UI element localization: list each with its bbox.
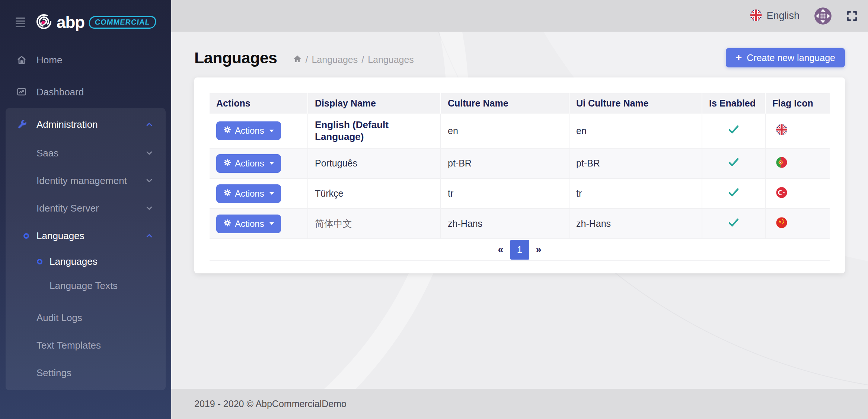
actions-button-label: Actions [235,126,264,136]
is-enabled-cell [702,114,765,148]
check-icon [728,218,739,228]
page-title: Languages [194,49,277,67]
abp-logo-icon [36,13,52,31]
header-display-name: Display Name [308,93,441,114]
create-new-language-button[interactable]: + Create new language [726,48,845,67]
sidebar-item-label: Identity management [36,175,127,187]
chevron-up-icon [145,121,153,127]
actions-button[interactable]: Actions [216,121,281,140]
sidebar-item-languages[interactable]: Languages [6,222,166,250]
languages-table: Actions Display Name Culture Name Ui Cul… [210,93,830,239]
sidebar-item-text-templates[interactable]: Text Templates [6,331,166,359]
active-bullet-icon [37,259,42,264]
create-button-label: Create new language [747,53,835,63]
is-enabled-cell [702,148,765,178]
home-icon [16,55,28,65]
check-icon [728,125,739,134]
table-row: Actions 简体中文 zh-Hans zh-Hans [210,209,830,239]
pagination-next-button[interactable]: » [536,244,542,255]
active-bullet-icon [23,233,29,239]
fullscreen-icon[interactable] [846,10,858,22]
flag-portugal-icon [776,157,787,168]
sidebar-item-administration[interactable]: Administration [6,109,166,139]
brand-logo[interactable]: abp COMMERCIAL [36,13,156,31]
languages-card: Actions Display Name Culture Name Ui Cul… [194,77,845,273]
pagination-prev-button[interactable]: « [498,244,503,255]
gear-icon [223,158,231,169]
sidebar-item-label: Settings [36,367,71,379]
table-row: Actions English (Default Language) en en [210,114,830,148]
flag-united-kingdom-icon [776,124,787,135]
breadcrumb-item[interactable]: Languages [368,54,414,65]
flag-china-icon [776,217,787,228]
caret-down-icon [269,192,274,195]
app-root: abp COMMERCIAL Home [0,0,868,419]
sidebar-item-identity-server[interactable]: Identity Server [6,194,166,222]
page-header: Languages / Languages / Languages + Crea… [194,43,845,73]
language-selector[interactable]: English [750,9,800,23]
header-is-enabled: Is Enabled [702,93,765,114]
page-content: Languages / Languages / Languages + Crea… [171,32,868,389]
display-name: Türkçe [315,188,343,199]
breadcrumb-item[interactable]: Languages [312,54,358,65]
sidebar-item-home[interactable]: Home [0,44,171,76]
ui-culture-name: en [576,126,587,136]
header-ui-culture-name: Ui Culture Name [569,93,702,114]
ui-culture-name: pt-BR [576,158,600,168]
sidebar-item-languages-child[interactable]: Languages [6,250,166,274]
sidebar-item-settings[interactable]: Settings [6,359,166,387]
is-enabled-cell [702,209,765,239]
actions-button-label: Actions [235,219,264,229]
sidebar-item-label: Saas [36,147,58,159]
sidebar-item-language-texts[interactable]: Language Texts [6,274,166,298]
culture-name: pt-BR [448,158,472,168]
flag-turkey-icon [776,187,787,198]
brand-badge: COMMERCIAL [88,16,156,29]
pagination-page-1-button[interactable]: 1 [510,240,529,260]
sidebar-nav: Home Dashboard [0,44,171,390]
breadcrumb-separator: / [306,54,308,65]
culture-name: zh-Hans [448,218,482,229]
sidebar-item-label: Languages [36,230,84,242]
check-icon [728,188,739,197]
breadcrumb: / Languages / Languages [293,54,414,65]
actions-button-label: Actions [235,188,264,199]
culture-name: tr [448,188,453,199]
actions-button[interactable]: Actions [216,154,281,173]
topbar: English [171,0,868,32]
sidebar-group-administration: Administration Saas Identity management [6,108,166,390]
sidebar-item-label: Text Templates [36,340,101,351]
wrench-icon [16,119,28,130]
sidebar-item-label: Dashboard [36,86,84,98]
chevron-down-icon [145,150,153,156]
actions-button[interactable]: Actions [216,215,281,233]
main-area: English [171,0,868,419]
brand-name: abp [57,14,84,31]
menu-toggle-icon[interactable] [16,18,25,27]
caret-down-icon [269,162,274,165]
sidebar-item-saas[interactable]: Saas [6,139,166,167]
header-actions: Actions [210,93,308,114]
sidebar-item-identity-management[interactable]: Identity management [6,167,166,194]
home-icon[interactable] [293,55,302,64]
gear-icon [223,126,231,136]
user-avatar[interactable] [814,7,832,25]
header-flag-icon: Flag Icon [765,93,830,114]
caret-down-icon [269,130,274,132]
actions-button[interactable]: Actions [216,184,281,203]
caret-down-icon [269,222,274,225]
sidebar-item-label: Administration [36,119,98,130]
pagination: « 1 » [210,239,830,261]
breadcrumb-separator: / [361,54,364,65]
current-language-label: English [766,10,800,22]
sidebar-item-label: Home [36,54,62,66]
sidebar-item-audit-logs[interactable]: Audit Logs [6,304,166,331]
chevron-up-icon [145,233,153,239]
footer: 2019 - 2020 © AbpCommercialDemo [171,389,868,419]
table-header-row: Actions Display Name Culture Name Ui Cul… [210,93,830,114]
sidebar-item-dashboard[interactable]: Dashboard [0,76,171,108]
chart-line-icon [16,87,28,97]
sidebar-item-label: Audit Logs [36,312,82,324]
ui-culture-name: zh-Hans [576,218,611,229]
display-name: 简体中文 [315,218,352,229]
